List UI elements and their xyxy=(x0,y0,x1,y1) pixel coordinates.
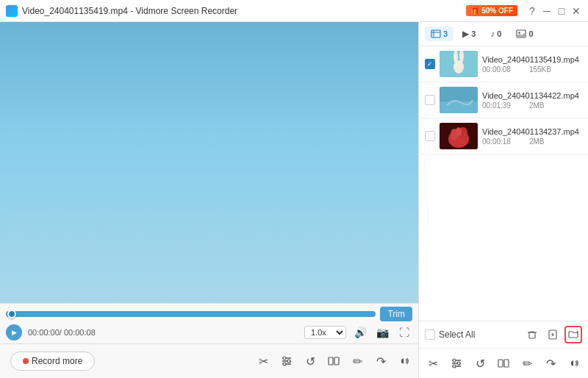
select-all-row: Select All xyxy=(419,321,588,349)
rotate-icon[interactable]: ↺ xyxy=(301,352,320,371)
app-icon xyxy=(6,5,18,17)
tab-play-count: 3 xyxy=(471,29,476,38)
main-container: Trim ▶ 00:00:00/ 00:00:08 1.0x 0.5x 0.75… xyxy=(0,22,588,378)
r-audio-tool[interactable] xyxy=(564,353,584,374)
tab-image-count: 0 xyxy=(528,29,533,38)
delete-icon[interactable] xyxy=(523,326,541,343)
flip-icon[interactable]: ↷ xyxy=(371,352,390,371)
svg-point-35 xyxy=(287,360,290,363)
svg-point-58 xyxy=(453,359,456,362)
import-icon[interactable] xyxy=(544,326,562,343)
svg-point-60 xyxy=(453,365,456,368)
right-bottom: Select All ✂ xyxy=(419,321,588,378)
file-checkbox-1[interactable]: ✓ xyxy=(425,59,435,69)
file-checkbox-3[interactable] xyxy=(425,131,435,141)
play-button[interactable]: ▶ xyxy=(6,324,22,340)
audio-icon[interactable] xyxy=(395,352,414,371)
maximize-button[interactable]: □ xyxy=(556,5,567,17)
record-dot xyxy=(23,358,29,364)
select-all-checkbox[interactable] xyxy=(425,329,435,340)
file-name-1: Video_240401135419.mp4 xyxy=(482,55,582,64)
camera-button[interactable]: 📷 xyxy=(374,324,390,340)
toolbar-icons: ✂ ↺ ✏ ↷ xyxy=(254,352,414,371)
r-adjust-tool[interactable] xyxy=(447,353,466,374)
svg-rect-55 xyxy=(529,332,535,338)
progress-thumb[interactable] xyxy=(7,310,16,318)
file-list: ✓ Video_240401135419.mp4 00:00:08 155KB … xyxy=(419,46,588,321)
r-cut-tool[interactable]: ✂ xyxy=(423,353,442,374)
tab-video-count: 3 xyxy=(443,29,448,38)
svg-rect-39 xyxy=(431,30,440,38)
tab-image[interactable]: 0 xyxy=(510,26,539,41)
left-panel: Trim ▶ 00:00:00/ 00:00:08 1.0x 0.5x 0.75… xyxy=(0,22,419,378)
svg-point-34 xyxy=(283,357,286,360)
svg-rect-49 xyxy=(440,101,478,113)
adjust-icon[interactable] xyxy=(277,352,296,371)
fullscreen-button[interactable]: ⛶ xyxy=(396,324,412,340)
tab-audio[interactable]: ♪ 0 xyxy=(484,26,507,41)
volume-button[interactable]: 🔊 xyxy=(352,324,368,340)
record-more-button[interactable]: Record more xyxy=(10,352,95,371)
file-thumb-3 xyxy=(440,123,478,149)
edit-icon[interactable]: ✏ xyxy=(348,352,367,371)
controls-bar: Trim ▶ 00:00:00/ 00:00:08 1.0x 0.5x 0.75… xyxy=(0,303,418,343)
speed-select[interactable]: 1.0x 0.5x 0.75x 1.25x 1.5x 2.0x xyxy=(304,326,346,339)
tab-audio-icon: ♪ xyxy=(490,29,495,39)
svg-point-36 xyxy=(283,363,286,365)
file-checkbox-2[interactable] xyxy=(425,95,435,105)
split-icon[interactable] xyxy=(324,352,343,371)
bottom-row: Record more ✂ ↺ ✏ ↷ xyxy=(0,343,418,378)
r-flip-tool[interactable]: ↷ xyxy=(541,353,560,374)
right-panel: 3 ▶ 3 ♪ 0 0 ✓ Vi xyxy=(419,22,588,378)
r-split-tool[interactable] xyxy=(494,353,513,374)
svg-point-59 xyxy=(457,362,460,365)
progress-track[interactable] xyxy=(6,311,376,317)
trim-button[interactable]: Trim xyxy=(380,307,412,321)
playback-row: ▶ 00:00:00/ 00:00:08 1.0x 0.5x 0.75x 1.2… xyxy=(6,324,412,340)
file-meta-1: 00:00:08 155KB xyxy=(482,65,582,74)
file-thumb-2 xyxy=(440,87,478,113)
svg-rect-37 xyxy=(329,357,333,365)
svg-rect-61 xyxy=(498,360,503,367)
tab-play[interactable]: ▶ 3 xyxy=(456,26,481,41)
file-name-3: Video_240401134237.mp4 xyxy=(482,127,582,136)
close-button[interactable]: ✕ xyxy=(570,5,582,17)
file-meta-2: 00:01:39 2MB xyxy=(482,101,582,110)
svg-point-43 xyxy=(519,32,520,33)
tab-audio-count: 0 xyxy=(497,29,501,38)
help-button[interactable]: ? xyxy=(526,5,538,17)
minimize-button[interactable]: ─ xyxy=(541,5,553,17)
tab-play-icon: ▶ xyxy=(462,29,469,39)
cut-icon[interactable]: ✂ xyxy=(254,352,273,371)
r-edit-tool[interactable]: ✏ xyxy=(517,353,537,374)
file-name-2: Video_240401134422.mp4 xyxy=(482,91,582,100)
file-item-3[interactable]: Video_240401134237.mp4 00:00:18 2MB xyxy=(419,118,588,154)
folder-icon[interactable] xyxy=(564,326,582,343)
file-info-3: Video_240401134237.mp4 00:00:18 2MB xyxy=(482,127,582,146)
action-icons xyxy=(523,326,582,343)
file-meta-3: 00:00:18 2MB xyxy=(482,138,582,146)
window-title: Video_240401135419.mp4 - Vidmore Screen … xyxy=(22,6,237,16)
trim-row: Trim xyxy=(6,307,412,321)
right-toolbar: ✂ ↺ ✏ ↷ xyxy=(419,349,588,378)
video-preview xyxy=(0,22,418,303)
select-all-label[interactable]: Select All xyxy=(425,329,475,340)
video-area xyxy=(0,22,418,303)
svg-point-54 xyxy=(456,127,462,136)
file-thumb-1 xyxy=(440,51,478,77)
file-info-1: Video_240401135419.mp4 00:00:08 155KB xyxy=(482,55,582,74)
media-tabs: 3 ▶ 3 ♪ 0 0 xyxy=(419,22,588,46)
title-bar: Video_240401135419.mp4 - Vidmore Screen … xyxy=(0,0,588,22)
file-item[interactable]: ✓ Video_240401135419.mp4 00:00:08 155KB xyxy=(419,46,588,82)
time-display: 00:00:00/ 00:00:08 xyxy=(28,328,96,337)
tab-video[interactable]: 3 xyxy=(425,26,453,41)
promo-badge[interactable]: 🎁 50% OFF xyxy=(466,5,517,16)
svg-rect-62 xyxy=(504,360,509,367)
svg-rect-38 xyxy=(334,357,339,365)
file-item-2[interactable]: Video_240401134422.mp4 00:01:39 2MB xyxy=(419,82,588,118)
r-rotate-tool[interactable]: ↺ xyxy=(470,353,490,374)
file-info-2: Video_240401134422.mp4 00:01:39 2MB xyxy=(482,91,582,110)
